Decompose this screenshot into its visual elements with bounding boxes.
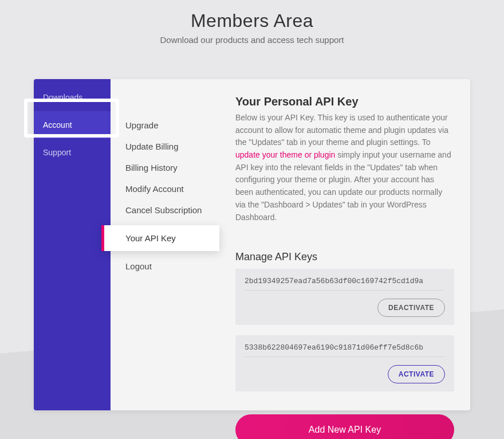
submenu-item-update-billing[interactable]: Update Billing (111, 136, 219, 157)
sidebar-item-account[interactable]: Account (34, 111, 111, 139)
content-panel: Your Personal API Key Below is your API … (219, 79, 470, 410)
api-key-block: 5338b622804697ea6190c91871d06eff7e5d8c6b… (235, 335, 454, 391)
api-key-actions: DEACTIVATE (245, 299, 445, 317)
api-key-block: 2bd19349257ead7a56b63df00c169742f5cd1d9a… (235, 269, 454, 325)
submenu-item-modify-account[interactable]: Modify Account (111, 178, 219, 199)
update-theme-link[interactable]: update your theme or plugin (235, 150, 335, 159)
api-key-actions: ACTIVATE (245, 365, 445, 383)
submenu-item-logout[interactable]: Logout (111, 256, 219, 277)
submenu-item-billing-history[interactable]: Billing History (111, 157, 219, 178)
desc-text-before: Below is your API Key. This key is used … (235, 113, 448, 147)
account-submenu: Upgrade Update Billing Billing History M… (111, 79, 219, 410)
content-description: Below is your API Key. This key is used … (235, 112, 454, 224)
page-title: Members Area (0, 10, 504, 32)
manage-api-keys-heading: Manage API Keys (235, 251, 454, 263)
content-heading: Your Personal API Key (235, 95, 454, 108)
sidebar-item-downloads[interactable]: Downloads (34, 88, 111, 107)
desc-text-after: simply input your username and API key i… (235, 150, 451, 221)
activate-button[interactable]: ACTIVATE (388, 365, 445, 383)
page-header: Members Area Download our products and a… (0, 0, 504, 45)
page-subtitle: Download our products and access tech su… (0, 35, 504, 45)
deactivate-button[interactable]: DEACTIVATE (377, 299, 445, 317)
api-key-code: 2bd19349257ead7a56b63df00c169742f5cd1d9a (245, 277, 445, 291)
sidebar: Downloads Account Support (34, 79, 111, 410)
add-new-api-key-button[interactable]: Add New API Key (235, 414, 454, 439)
submenu-item-cancel-subscription[interactable]: Cancel Subscription (111, 199, 219, 221)
sidebar-item-support[interactable]: Support (34, 143, 111, 162)
api-key-code: 5338b622804697ea6190c91871d06eff7e5d8c6b (245, 343, 445, 357)
submenu-item-your-api-key[interactable]: Your API Key (101, 225, 219, 251)
submenu-item-upgrade[interactable]: Upgrade (111, 115, 219, 136)
